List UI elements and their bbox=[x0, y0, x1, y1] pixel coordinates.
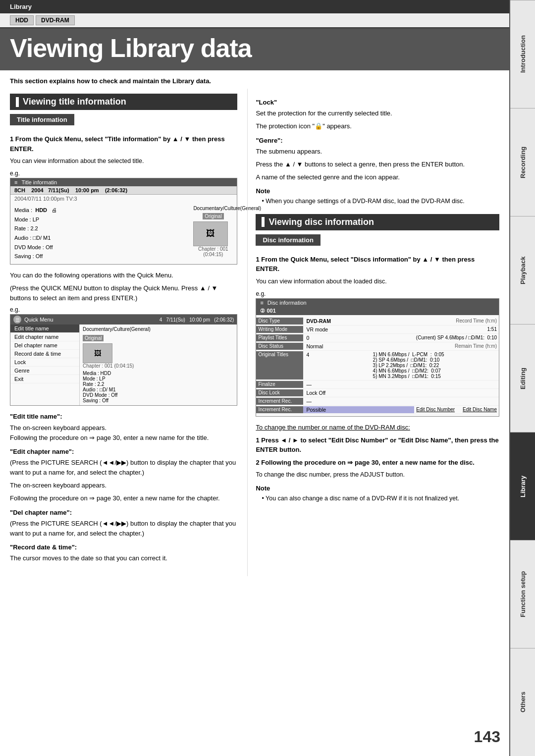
col-left: Viewing title information Title informat… bbox=[0, 89, 247, 576]
lock-text1: Set the protection for the currently sel… bbox=[256, 108, 499, 118]
right-sidebar: Introduction Recording Playback Editing … bbox=[509, 0, 535, 756]
step2-text: 1 From the Quick Menu, select "Discs inf… bbox=[256, 255, 499, 274]
lock-text2: The protection icon "🔒" appears. bbox=[256, 121, 499, 131]
di-body: Disc Type DVD-RAM Record Time (h:m) Writ… bbox=[256, 315, 499, 416]
note-heading-2: Note bbox=[256, 485, 499, 492]
main-title-section: Viewing Library data bbox=[0, 28, 509, 70]
qm-media-info: Media : HDD Mode : LP Rate : 2.2 Audio :… bbox=[83, 371, 234, 403]
audio-row: Audio : □D/ M1 bbox=[14, 233, 188, 243]
page-number: 143 bbox=[474, 728, 500, 746]
qm-icon: ☰ bbox=[13, 316, 21, 324]
qm-title: Quick Menu bbox=[24, 317, 54, 323]
edit-disc-name-btn[interactable]: Edit Disc Name bbox=[463, 407, 497, 413]
body-text1: You can do the following operations with… bbox=[10, 270, 237, 280]
sidebar-tab-editing[interactable]: Editing bbox=[510, 324, 535, 432]
example-body-left-1: Media : HDD 🖨 Mode : LP Rate : 2.2 Audio… bbox=[14, 206, 188, 261]
record-date-heading: "Record date & time": bbox=[10, 542, 237, 552]
edit-title-name-text: The on-screen keyboard appears.Following… bbox=[10, 423, 237, 443]
qm-item-3[interactable]: Del chapter name bbox=[10, 341, 79, 350]
del-chapter-name-text1: (Press the PICTURE SEARCH (◄◄/▶▶) button… bbox=[10, 519, 237, 539]
num-row-1: 1) MN 6.6Mbps / L-PCM : 0:05 bbox=[373, 352, 498, 357]
step2-sub: You can view information about the loade… bbox=[256, 277, 499, 286]
mode-row: Mode : LP bbox=[14, 215, 188, 224]
step1-sub: You can view information about the selec… bbox=[10, 157, 237, 166]
note-section-2: Note You can also change a disc name of … bbox=[256, 485, 499, 503]
qm-info: 4 7/11(Su) 10:00 pm (2:06:32) bbox=[160, 317, 234, 323]
example-body-1: Media : HDD 🖨 Mode : LP Rate : 2.2 Audio… bbox=[10, 203, 237, 264]
di-footer-inline: Edit Disc Number Edit Disc Name bbox=[414, 406, 499, 413]
top-bar: Library bbox=[0, 0, 509, 13]
record-date-text: The cursor moves to the date so that you… bbox=[10, 553, 237, 563]
step4-text: 2 Following the procedure on ⇒ page 30, … bbox=[256, 458, 499, 468]
qm-chapter-info: Chapter : 001 (0:04:15) bbox=[83, 363, 234, 369]
tab-dvd-ram[interactable]: DVD-RAM bbox=[36, 15, 75, 25]
sidebar-tab-recording[interactable]: Recording bbox=[510, 108, 535, 216]
note-section-1: Note When you change settings of a DVD-R… bbox=[256, 187, 499, 206]
disc-num: 001 bbox=[267, 308, 275, 314]
qm-item-2[interactable]: Edit chapter name bbox=[10, 333, 79, 341]
di-row-3: Disc Status Normal Remain Time (h:m) bbox=[256, 342, 499, 351]
qm-item-6[interactable]: Genre bbox=[10, 367, 79, 375]
thumbnail-1: 🖼 bbox=[193, 221, 228, 246]
sidebar-tab-function-setup[interactable]: Function setup bbox=[510, 540, 535, 648]
dvd-row: DVD Mode : Off bbox=[14, 243, 188, 252]
chapter-info-1: Chapter : 001 (0:04:15) bbox=[193, 246, 233, 257]
media-row: Media : HDD 🖨 bbox=[14, 206, 188, 215]
col-right: "Lock" Set the protection for the curren… bbox=[247, 89, 509, 576]
qm-menu-col: Edit title name Edit chapter name Del ch… bbox=[10, 324, 80, 405]
quick-menu-box: ☰ Quick Menu 4 7/11(Su) 10:00 pm (2:06:3… bbox=[10, 314, 237, 406]
qm-right-genre: Documentary/Culture(General) bbox=[83, 326, 234, 332]
num-row-4: 4) MN 6.6Mbps / □D/M2: 0:07 bbox=[373, 368, 498, 374]
sidebar-tab-playback[interactable]: Playback bbox=[510, 216, 535, 324]
genre-text: Documentary/Culture(General) bbox=[193, 206, 233, 211]
example-body-right-1: Documentary/Culture(General) Original 🖼 … bbox=[193, 206, 233, 261]
edit-chapter-name-text1: (Press the PICTURE SEARCH (◄◄/▶▶) button… bbox=[10, 458, 237, 478]
disc-info-box: ≡ Disc information ② 001 Disc Type DVD-R… bbox=[256, 298, 499, 417]
eg-label1: e.g. bbox=[10, 170, 237, 177]
tab-hdd[interactable]: HDD bbox=[10, 15, 34, 25]
example-box-1: ≡ Title informatin 8CH 2004 7/11(Su) 10:… bbox=[10, 178, 237, 265]
di-row-inc2: Increment Rec. Possible Edit Disc Number… bbox=[256, 406, 499, 414]
num-row-2: 2) SP 4.6Mbps / □D/M1: 0:10 bbox=[373, 357, 498, 363]
note-heading-1: Note bbox=[256, 187, 499, 195]
qm-original-badge: Original bbox=[83, 335, 104, 341]
two-col-layout: Viewing title information Title informat… bbox=[0, 89, 509, 576]
step3-text: 1 Press ◄ / ► to select "Edit Disc Numbe… bbox=[256, 435, 499, 455]
lock-heading: "Lock" bbox=[256, 98, 499, 108]
qm-item-4[interactable]: Record date & time bbox=[10, 350, 79, 358]
edit-title-name-heading: "Edit title name": bbox=[10, 412, 237, 422]
edit-chapter-name-text3: Following the procedure on ⇒ page 30, en… bbox=[10, 493, 237, 503]
rate-row: Rate : 2.2 bbox=[14, 224, 188, 233]
qm-body: Edit title name Edit chapter name Del ch… bbox=[10, 324, 237, 405]
di-row-playlist: Playlist Titles 0 (Current) SP 4.6Mbps /… bbox=[256, 334, 499, 342]
original-badge: Original bbox=[203, 213, 223, 219]
qm-item-7[interactable]: Exit bbox=[10, 375, 79, 383]
sidebar-tab-others[interactable]: Others bbox=[510, 648, 535, 756]
example-date-sub: 2004/07/11 10:00pm TV:3 bbox=[10, 195, 237, 203]
sidebar-tab-library[interactable]: Library bbox=[510, 432, 535, 540]
di-header-title: Disc information bbox=[268, 300, 307, 306]
sub-heading-title: Title information bbox=[10, 114, 74, 125]
qm-item-1[interactable]: Edit title name bbox=[10, 324, 79, 333]
sub-heading-disc: Disc information bbox=[256, 234, 321, 246]
eg-label2: e.g. bbox=[10, 306, 237, 313]
qm-thumbnail: 🖼 bbox=[83, 343, 112, 363]
sidebar-tab-introduction[interactable]: Introduction bbox=[510, 0, 535, 108]
di-row-lock: Disc Lock Lock Off bbox=[256, 389, 499, 397]
di-title-bar: ② 001 bbox=[256, 307, 499, 315]
qm-item-5[interactable]: Lock bbox=[10, 358, 79, 367]
edit-disc-number-btn[interactable]: Edit Disc Number bbox=[416, 407, 455, 413]
library-label: Library bbox=[10, 3, 32, 10]
example-header-1: ≡ Title informatin bbox=[10, 178, 237, 186]
di-row-num: Original Titles 4 1) MN 6.6Mbps / L-PCM … bbox=[256, 351, 499, 380]
num-row-5: 5) MN 3.2Mbps / □D/M1: 0:15 bbox=[373, 374, 498, 379]
section-heading-disc: Viewing disc information bbox=[256, 214, 499, 230]
genre-text3: A name of the selected genre and the ico… bbox=[256, 172, 499, 182]
di-row-finalize: Finalize — bbox=[256, 380, 499, 389]
di-header-icon: ≡ bbox=[260, 300, 263, 306]
tab-bar: HDD DVD-RAM bbox=[0, 13, 509, 28]
genre-text2: Press the ▲ / ▼ buttons to select a genr… bbox=[256, 160, 499, 169]
edit-chapter-name-heading: "Edit chapter name": bbox=[10, 447, 237, 457]
di-header: ≡ Disc information bbox=[256, 299, 499, 307]
num-row-3: 3) LP 2.2Mbps / □D/M1: 0:22 bbox=[373, 363, 498, 368]
